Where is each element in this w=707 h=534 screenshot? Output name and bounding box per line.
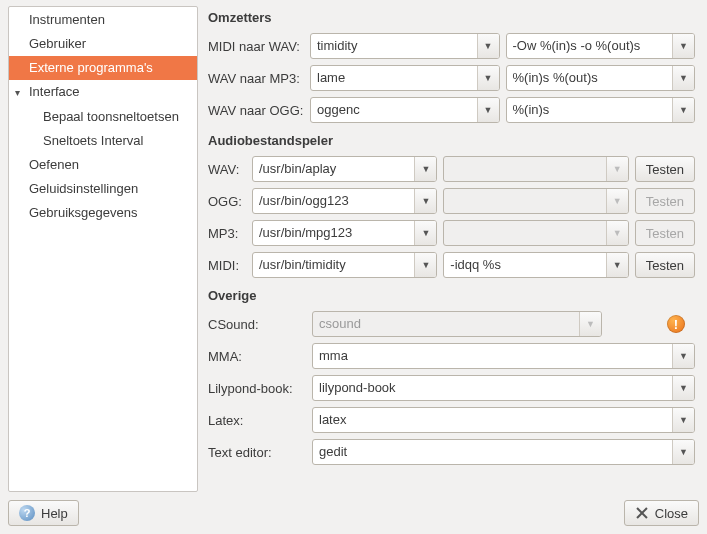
section-title-converters: Omzetters — [208, 10, 695, 25]
other-row: MMA:mma▼ — [208, 343, 695, 369]
chevron-down-icon[interactable]: ▼ — [477, 66, 499, 90]
converter-row: WAV naar MP3:lame▼%(in)s %(out)s▼ — [208, 65, 695, 91]
chevron-down-icon[interactable]: ▼ — [672, 98, 694, 122]
chevron-down-icon[interactable]: ▼ — [414, 189, 436, 213]
sidebar-item-label: Externe programma's — [29, 60, 153, 75]
other-command-combo[interactable]: mma▼ — [312, 343, 695, 369]
chevron-down-icon[interactable]: ▼ — [606, 253, 628, 277]
warning-icon: ! — [667, 315, 685, 333]
sidebar-item-label: Instrumenten — [29, 12, 105, 27]
sidebar-item-label: Interface — [29, 84, 80, 99]
chevron-down-icon: ▼ — [606, 189, 628, 213]
audioplayer-row: OGG:/usr/bin/ogg123▼▼Testen — [208, 188, 695, 214]
close-icon — [635, 506, 649, 520]
other-row: CSound:csound▼! — [208, 311, 695, 337]
test-button[interactable]: Testen — [635, 156, 695, 182]
row-label: MP3: — [208, 226, 246, 241]
other-command-combo[interactable]: latex▼ — [312, 407, 695, 433]
converter-args-combo[interactable]: %(in)s %(out)s▼ — [506, 65, 696, 91]
chevron-down-icon[interactable]: ▼ — [672, 408, 694, 432]
combo-value: csound — [313, 312, 579, 336]
test-button: Testen — [635, 188, 695, 214]
combo-value: lilypond-book — [313, 376, 672, 400]
converter-args-combo[interactable]: %(in)s▼ — [506, 97, 696, 123]
audioplayer-command-combo[interactable]: /usr/bin/timidity▼ — [252, 252, 437, 278]
chevron-down-icon: ▼ — [606, 221, 628, 245]
audioplayer-args-combo[interactable]: -idqq %s▼ — [443, 252, 628, 278]
other-command-combo[interactable]: gedit▼ — [312, 439, 695, 465]
audioplayer-row: MP3:/usr/bin/mpg123▼▼Testen — [208, 220, 695, 246]
sidebar-item[interactable]: Gebruiker — [9, 32, 197, 56]
audioplayer-row: WAV:/usr/bin/aplay▼▼Testen — [208, 156, 695, 182]
dialog-footer: ? Help Close — [0, 492, 707, 534]
converter-row: MIDI naar WAV:timidity▼-Ow %(in)s -o %(o… — [208, 33, 695, 59]
sidebar-item-label: Gebruiksgegevens — [29, 205, 137, 220]
warning-wrap: ! — [608, 315, 695, 333]
preferences-content: Omzetters MIDI naar WAV:timidity▼-Ow %(i… — [208, 6, 699, 492]
audioplayer-command-combo[interactable]: /usr/bin/aplay▼ — [252, 156, 437, 182]
sidebar-item[interactable]: Geluidsinstellingen — [9, 177, 197, 201]
test-button-label: Testen — [646, 162, 684, 177]
help-icon: ? — [19, 505, 35, 521]
audioplayer-command-combo[interactable]: /usr/bin/mpg123▼ — [252, 220, 437, 246]
sidebar-item[interactable]: Bepaal toonsneltoetsen — [9, 105, 197, 129]
chevron-down-icon: ▼ — [579, 312, 601, 336]
combo-value: /usr/bin/aplay — [253, 157, 414, 181]
sidebar-item[interactable]: Sneltoets Interval — [9, 129, 197, 153]
test-button-label: Testen — [646, 258, 684, 273]
other-row: Latex:latex▼ — [208, 407, 695, 433]
section-title-audioplayer: Audiobestandspeler — [208, 133, 695, 148]
sidebar-item[interactable]: Instrumenten — [9, 8, 197, 32]
converter-command-combo[interactable]: timidity▼ — [310, 33, 500, 59]
row-label: Latex: — [208, 413, 306, 428]
combo-value — [444, 221, 605, 245]
combo-value: mma — [313, 344, 672, 368]
test-button-label: Testen — [646, 226, 684, 241]
row-label: MIDI naar WAV: — [208, 39, 304, 54]
chevron-down-icon[interactable]: ▼ — [672, 376, 694, 400]
chevron-down-icon[interactable]: ▼ — [477, 34, 499, 58]
chevron-down-icon[interactable]: ▼ — [477, 98, 499, 122]
preferences-category-tree[interactable]: InstrumentenGebruikerExterne programma's… — [8, 6, 198, 492]
combo-value: %(in)s — [507, 98, 673, 122]
section-title-other: Overige — [208, 288, 695, 303]
chevron-down-icon[interactable]: ▼ — [672, 440, 694, 464]
combo-value: timidity — [311, 34, 477, 58]
sidebar-item-label: Geluidsinstellingen — [29, 181, 138, 196]
help-button[interactable]: ? Help — [8, 500, 79, 526]
sidebar-item[interactable]: Gebruiksgegevens — [9, 201, 197, 225]
sidebar-item[interactable]: Externe programma's — [9, 56, 197, 80]
test-button-label: Testen — [646, 194, 684, 209]
other-command-combo: csound▼ — [312, 311, 602, 337]
sidebar-item[interactable]: ▾Interface — [9, 80, 197, 105]
combo-value: %(in)s %(out)s — [507, 66, 673, 90]
combo-value: gedit — [313, 440, 672, 464]
other-row: Lilypond-book:lilypond-book▼ — [208, 375, 695, 401]
combo-value: latex — [313, 408, 672, 432]
converter-command-combo[interactable]: oggenc▼ — [310, 97, 500, 123]
row-label: MMA: — [208, 349, 306, 364]
combo-value: lame — [311, 66, 477, 90]
chevron-down-icon[interactable]: ▼ — [672, 34, 694, 58]
chevron-down-icon[interactable]: ▼ — [414, 253, 436, 277]
chevron-down-icon: ▼ — [606, 157, 628, 181]
audioplayer-args-combo: ▼ — [443, 220, 628, 246]
row-label: WAV: — [208, 162, 246, 177]
other-command-combo[interactable]: lilypond-book▼ — [312, 375, 695, 401]
combo-value: -Ow %(in)s -o %(out)s — [507, 34, 673, 58]
chevron-down-icon[interactable]: ▼ — [672, 344, 694, 368]
chevron-down-icon[interactable]: ▼ — [414, 221, 436, 245]
row-label: WAV naar MP3: — [208, 71, 304, 86]
audioplayer-args-combo: ▼ — [443, 188, 628, 214]
sidebar-item-label: Gebruiker — [29, 36, 86, 51]
sidebar-item[interactable]: Oefenen — [9, 153, 197, 177]
chevron-down-icon[interactable]: ▼ — [414, 157, 436, 181]
converter-command-combo[interactable]: lame▼ — [310, 65, 500, 91]
combo-value: /usr/bin/mpg123 — [253, 221, 414, 245]
chevron-down-icon[interactable]: ▼ — [672, 66, 694, 90]
close-button[interactable]: Close — [624, 500, 699, 526]
audioplayer-command-combo[interactable]: /usr/bin/ogg123▼ — [252, 188, 437, 214]
test-button[interactable]: Testen — [635, 252, 695, 278]
converter-args-combo[interactable]: -Ow %(in)s -o %(out)s▼ — [506, 33, 696, 59]
test-button: Testen — [635, 220, 695, 246]
